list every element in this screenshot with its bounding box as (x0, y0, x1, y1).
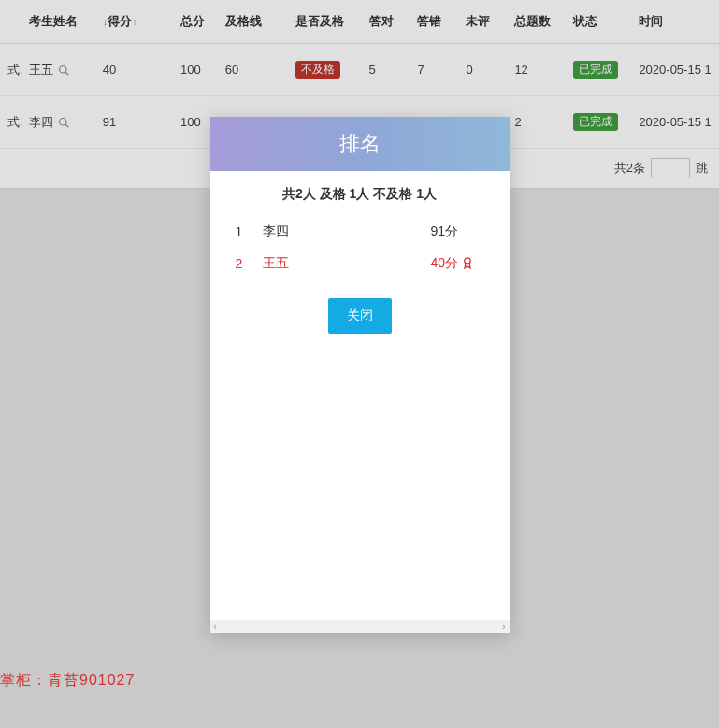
rank-name: 李四 (255, 223, 431, 240)
rank-score: 40分 (431, 255, 496, 272)
rank-name: 王五 (255, 255, 431, 272)
rank-score: 91分 (431, 223, 496, 240)
close-button[interactable]: 关闭 (328, 298, 392, 334)
modal-horizontal-scrollbar[interactable]: ‹ › (210, 620, 510, 633)
modal-body[interactable]: 共2人 及格 1人 不及格 1人 1 李四 91分 2 王五 40分 关闭 (210, 171, 510, 620)
modal-actions: 关闭 (223, 298, 496, 334)
ranking-summary: 共2人 及格 1人 不及格 1人 (223, 186, 496, 203)
rank-row: 2 王五 40分 (223, 248, 496, 279)
rank-row: 1 李四 91分 (223, 216, 496, 248)
svg-point-4 (465, 257, 470, 263)
rank-index: 2 (223, 256, 255, 271)
ranking-modal: 排名 共2人 及格 1人 不及格 1人 1 李四 91分 2 王五 40分 关闭… (210, 117, 510, 633)
modal-title: 排名 (210, 117, 510, 171)
ribbon-icon (462, 256, 473, 272)
scroll-left-icon[interactable]: ‹ (214, 621, 217, 632)
scroll-right-icon[interactable]: › (502, 621, 505, 632)
rank-index: 1 (223, 224, 255, 239)
